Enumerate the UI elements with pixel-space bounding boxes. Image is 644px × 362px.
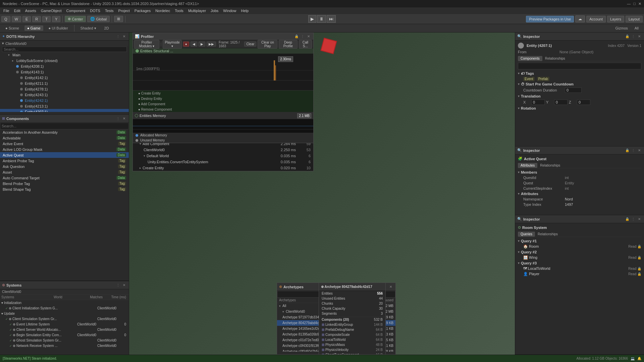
sc-row-convert[interactable]: Unity.Entities.ConvertToEntitySystem 0.0…	[133, 159, 313, 165]
account-button[interactable]: Account	[586, 16, 606, 22]
sc-row-default[interactable]: ▾ Default World 0.035 ms 6	[133, 153, 313, 159]
members-section[interactable]: ▾ Members	[518, 170, 641, 175]
sys-begin-sim[interactable]: ✓⊛ Begin Simulation Entity Com... Client…	[0, 332, 129, 338]
profiler-call-stack-btn[interactable]: Call S...	[299, 40, 312, 49]
dots-hierarchy-menu[interactable]: ⋮	[115, 34, 121, 39]
query3-section[interactable]: ▾ Query #3	[518, 260, 641, 266]
tab-queries[interactable]: Queries	[518, 232, 535, 237]
profiler-clear-btn[interactable]: Clear	[244, 42, 256, 47]
tree-entity-4142[interactable]: Entity(4142:1)	[0, 75, 129, 80]
menu-tools[interactable]: Tools	[173, 8, 185, 13]
sc-row-create[interactable]: ▸ Create Entity 0.020 ms 10	[133, 165, 313, 171]
components-menu[interactable]: ⋮	[115, 116, 121, 121]
comp-blend-shape[interactable]: Blend Shape Tag Tag	[0, 186, 129, 192]
profiler-close[interactable]: ✕	[306, 34, 311, 39]
tags-section[interactable]: ▾ 🏷 Tags	[518, 71, 641, 76]
profiler-deep-profile-btn[interactable]: Deep Profile	[279, 40, 297, 49]
profiler-record-btn[interactable]: ●	[183, 42, 189, 47]
menu-assets[interactable]: Assets	[23, 8, 38, 13]
tree-entity-4243[interactable]: Entity(4243:1)	[0, 92, 129, 98]
tree-entity-4208[interactable]: Entity(4208:1)	[0, 63, 129, 69]
tab-ui-builder[interactable]: ● UI Builder	[46, 25, 71, 31]
layers-button[interactable]: Layers	[607, 16, 624, 22]
comp-ambient-probe[interactable]: Ambient Probe Tag Tag	[0, 158, 129, 164]
profiler-playmode-btn[interactable]: Playmode ▾	[163, 40, 181, 49]
menu-nordelec[interactable]: Nordelec	[153, 8, 172, 13]
comp-asset[interactable]: Asset Tag	[0, 169, 129, 175]
profiler-modules-btn[interactable]: Profiler Modules ▾	[134, 40, 159, 49]
menu-packages[interactable]: Packages	[132, 8, 153, 13]
sys-network-receive[interactable]: ✓⊛ Network Receive System ... ClientWorl…	[0, 343, 129, 348]
hierarchy-search-input[interactable]	[2, 47, 127, 52]
attributes-section[interactable]: ▾ Attributes	[518, 191, 641, 196]
insp1-lock[interactable]: 🔒	[625, 34, 630, 39]
profiler-play2-btn[interactable]: ▶	[199, 42, 205, 47]
entities-struct-toggle[interactable]	[136, 49, 139, 53]
tree-main[interactable]: ▾ Main	[0, 52, 129, 58]
components-close[interactable]: ✕	[121, 116, 127, 121]
comp-auto-command[interactable]: Auto Command Target Data	[0, 175, 129, 181]
sc-row-clientworld[interactable]: ClientWorld0 2.250 ms 53	[133, 147, 313, 153]
tab-relationships[interactable]: Relationships	[542, 56, 568, 61]
tree-entity-4242[interactable]: Entity(4242:1)	[0, 98, 129, 103]
tool-y[interactable]: Y	[52, 16, 60, 22]
start-pregame-section[interactable]: ▾ ⏱ Start Pre Game Countdown	[518, 81, 641, 87]
gizmos-button[interactable]: Gizmos	[612, 25, 630, 31]
tree-entity-4207[interactable]: Entity(4207:1)	[0, 109, 129, 112]
tab-game[interactable]: ● Game	[24, 25, 43, 31]
profiler-lock[interactable]: 🔒	[294, 34, 299, 39]
minimize-icon[interactable]: —	[627, 2, 631, 6]
shaded-dropdown[interactable]: Shaded ▾	[78, 25, 99, 31]
archetypes-close[interactable]: ✕	[388, 284, 393, 290]
insp1-close[interactable]: ✕	[637, 34, 642, 39]
tree-lobby-subscene[interactable]: ▸ LobbySubScene (closed)	[0, 58, 129, 63]
cloud-icon-button[interactable]: ☁	[575, 15, 585, 22]
countdown-value-input[interactable]	[565, 87, 582, 93]
menu-edit[interactable]: Edit	[12, 8, 22, 13]
comp-acceleration[interactable]: Acceleration In Another Assembly Data	[0, 129, 129, 135]
profiler-prev-btn[interactable]: ◀	[191, 42, 197, 47]
menu-file[interactable]: File	[1, 8, 11, 13]
query1-section[interactable]: ▾ Query #1	[518, 238, 641, 244]
insp3-menu[interactable]: ⋮	[631, 217, 636, 222]
2d-button[interactable]: 2D	[102, 25, 112, 31]
sys-client-sim[interactable]: ✓⊛ Client Simulation System Gr... Client…	[0, 316, 129, 321]
z-input[interactable]	[577, 100, 590, 105]
all-button[interactable]: All	[632, 25, 641, 31]
menu-gameobject[interactable]: GameObject	[39, 8, 64, 13]
center-button[interactable]: ⊕ Center	[65, 16, 86, 22]
insp1-menu[interactable]: ⋮	[631, 34, 636, 39]
x-input[interactable]	[531, 100, 545, 105]
sys-ghost-sim[interactable]: ✓⊛ Ghost Simulation System Gr... ClientW…	[0, 338, 129, 343]
menu-window[interactable]: Window	[221, 8, 238, 13]
insp3-lock[interactable]: 🔒	[625, 217, 630, 222]
translation-section[interactable]: ▾ Translation	[518, 94, 641, 99]
grid-button[interactable]: ⊞	[114, 16, 123, 22]
comp-active-event[interactable]: Active Event Tag	[0, 141, 129, 146]
tool-t[interactable]: T	[42, 16, 51, 22]
tool-w[interactable]: W	[12, 16, 21, 22]
entities-memory-toggle[interactable]	[135, 114, 138, 117]
sys-initialization[interactable]: ▾ Initialization	[0, 300, 129, 305]
maximize-icon[interactable]: □	[633, 2, 636, 6]
menu-tests[interactable]: Tests	[103, 8, 116, 13]
tab-relationships2[interactable]: Relationships	[537, 163, 563, 168]
insp2-lock[interactable]: 🔒	[625, 148, 630, 153]
preview-packages-button[interactable]: Preview Packages in Use	[526, 16, 574, 22]
play-button[interactable]: ▶	[308, 15, 316, 23]
tab-attributes[interactable]: Attributes	[518, 163, 537, 168]
tool-q[interactable]: Q	[1, 16, 10, 22]
menu-help[interactable]: Help	[239, 8, 251, 13]
insp3-close[interactable]: ✕	[637, 217, 642, 222]
pause-button[interactable]: ⏸	[317, 15, 326, 23]
profiler-clear-on-play-btn[interactable]: Clear on Play	[258, 40, 277, 49]
sys-server-world-alloc[interactable]: ✓⊛ Client Server World Allocato... Clien…	[0, 327, 129, 332]
menu-dots[interactable]: DOTS	[88, 8, 102, 13]
sys-update[interactable]: ▾ Update	[0, 311, 129, 316]
tree-entity-4211[interactable]: Entity(4211:1)	[0, 80, 129, 86]
systems-world-dropdown[interactable]: ClientWorld0	[2, 290, 21, 294]
components-search-input[interactable]	[0, 123, 129, 129]
systems-menu[interactable]: ⋮	[115, 283, 121, 288]
tree-entity-4278[interactable]: Entity(4278:1)	[0, 86, 129, 92]
dots-hierarchy-close[interactable]: ✕	[121, 34, 127, 39]
